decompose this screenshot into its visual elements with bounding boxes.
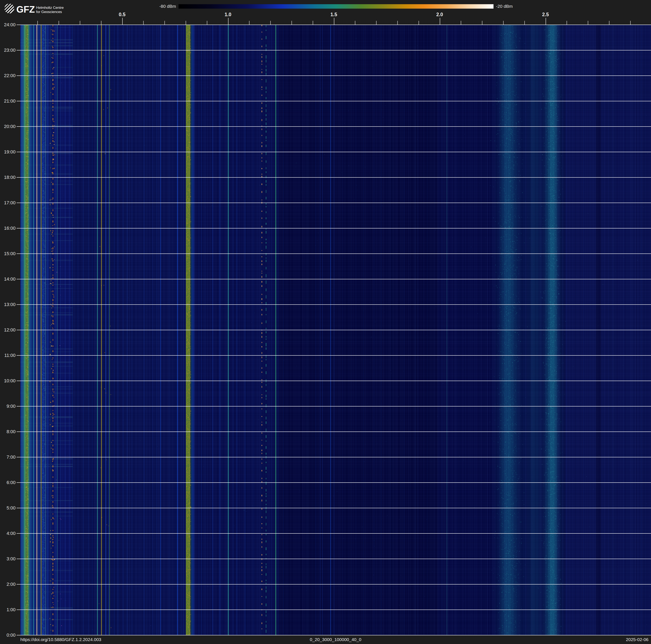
freq-tick-label: 1.0 xyxy=(221,12,236,18)
time-tick-label: 5:00 xyxy=(0,505,16,511)
freq-minor-tick xyxy=(270,21,271,25)
time-tick xyxy=(17,254,20,254)
time-tick xyxy=(17,559,20,559)
freq-minor-tick xyxy=(355,21,355,25)
time-tick-label: 24:00 xyxy=(0,22,16,28)
freq-minor-tick xyxy=(143,21,144,25)
time-tick xyxy=(17,228,20,229)
time-tick xyxy=(17,50,20,51)
time-tick-label: 22:00 xyxy=(0,73,16,79)
freq-minor-tick xyxy=(503,21,503,25)
time-tick xyxy=(17,101,20,101)
time-tick-label: 6:00 xyxy=(0,480,16,485)
time-tick xyxy=(17,432,20,432)
time-tick-label: 3:00 xyxy=(0,556,16,562)
freq-minor-tick xyxy=(313,21,313,25)
time-tick xyxy=(17,584,20,585)
time-tick-label: 7:00 xyxy=(0,455,16,460)
time-tick xyxy=(17,25,20,25)
colorbar-min-label: -80 dBm xyxy=(145,4,176,9)
time-tick xyxy=(17,126,20,127)
time-tick-label: 23:00 xyxy=(0,48,16,53)
time-tick-label: 15:00 xyxy=(0,251,16,257)
freq-minor-tick xyxy=(482,21,483,25)
time-tick-label: 19:00 xyxy=(0,149,16,155)
freq-major-tick xyxy=(440,18,440,25)
freq-minor-tick xyxy=(207,21,207,25)
time-tick xyxy=(17,610,20,610)
freq-minor-tick xyxy=(101,21,101,25)
freq-minor-tick xyxy=(249,21,249,25)
freq-minor-tick xyxy=(418,21,419,25)
freq-minor-tick xyxy=(609,21,610,25)
time-tick xyxy=(17,330,20,330)
freq-minor-tick xyxy=(164,21,165,25)
time-tick xyxy=(17,533,20,534)
time-tick-label: 10:00 xyxy=(0,378,16,384)
freq-tick-label: 0.5 xyxy=(115,12,130,18)
freq-minor-tick xyxy=(630,21,631,25)
spectrogram-canvas xyxy=(20,25,651,635)
time-tick xyxy=(17,508,20,508)
time-tick xyxy=(17,406,20,407)
time-tick xyxy=(17,381,20,381)
freq-minor-tick xyxy=(80,21,80,25)
time-tick-label: 9:00 xyxy=(0,404,16,409)
time-tick xyxy=(17,482,20,483)
time-tick-label: 2:00 xyxy=(0,582,16,587)
freq-minor-tick xyxy=(291,21,292,25)
time-tick-label: 14:00 xyxy=(0,276,16,282)
freq-tick-label: 2.0 xyxy=(432,12,447,18)
freq-minor-tick xyxy=(397,21,398,25)
gfz-globe-icon xyxy=(4,4,14,13)
time-tick-label: 20:00 xyxy=(0,124,16,129)
logo-subtitle-line1: Helmholtz Centre xyxy=(36,6,64,10)
freq-tick-label: 2.5 xyxy=(538,12,553,18)
time-tick-label: 17:00 xyxy=(0,200,16,206)
logo-subtitle-line2: for Geosciences xyxy=(36,10,64,14)
freq-minor-tick xyxy=(524,21,525,25)
doi-link[interactable]: https://doi.org/10.5880/GFZ.1.2.2024.003 xyxy=(20,637,101,642)
freq-major-tick xyxy=(546,18,546,25)
time-tick-label: 12:00 xyxy=(0,327,16,333)
footer-filename: 0_20_3000_100000_40_0 xyxy=(310,637,361,642)
time-tick xyxy=(17,304,20,305)
logo-subtitle: Helmholtz Centre for Geosciences xyxy=(36,6,64,14)
time-tick-label: 16:00 xyxy=(0,226,16,231)
time-tick xyxy=(17,152,20,152)
freq-minor-tick xyxy=(59,21,59,25)
freq-minor-tick xyxy=(588,21,588,25)
time-tick xyxy=(17,177,20,178)
time-tick-label: 4:00 xyxy=(0,531,16,536)
freq-minor-tick xyxy=(37,21,38,25)
time-tick xyxy=(17,457,20,457)
freq-major-tick xyxy=(334,18,334,25)
time-tick xyxy=(17,635,20,635)
time-tick xyxy=(17,76,20,76)
freq-minor-tick xyxy=(461,21,461,25)
time-tick-label: 1:00 xyxy=(0,607,16,612)
freq-major-tick xyxy=(122,18,123,25)
time-tick-label: 18:00 xyxy=(0,175,16,180)
logo-brand: GFZ xyxy=(17,4,35,15)
time-tick-label: 11:00 xyxy=(0,353,16,358)
freq-minor-tick xyxy=(566,21,567,25)
time-tick-label: 8:00 xyxy=(0,429,16,435)
colorbar xyxy=(179,4,494,9)
time-tick-label: 0:00 xyxy=(0,633,16,638)
freq-tick-label: 1.5 xyxy=(327,12,341,18)
time-tick xyxy=(17,279,20,279)
time-tick xyxy=(17,203,20,203)
time-tick-label: 21:00 xyxy=(0,98,16,104)
time-tick xyxy=(17,355,20,356)
freq-minor-tick xyxy=(376,21,376,25)
colorbar-max-label: -20 dBm xyxy=(496,4,513,9)
freq-minor-tick xyxy=(186,21,186,25)
footer-date: 2025-02-06 xyxy=(626,637,649,642)
freq-major-tick xyxy=(228,18,228,25)
time-tick-label: 13:00 xyxy=(0,302,16,307)
